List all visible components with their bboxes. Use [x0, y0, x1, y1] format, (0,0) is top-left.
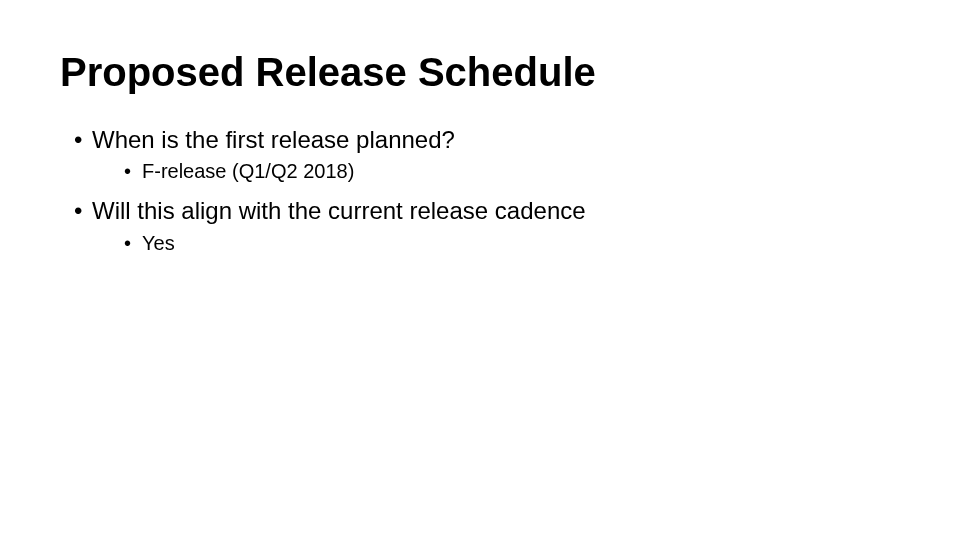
- list-item: When is the first release planned? F-rel…: [74, 124, 900, 185]
- bullet-text: When is the first release planned?: [92, 126, 455, 153]
- sub-bullet-text: Yes: [142, 232, 175, 254]
- list-item: Will this align with the current release…: [74, 195, 900, 256]
- list-item: F-release (Q1/Q2 2018): [124, 158, 900, 185]
- bullet-list: When is the first release planned? F-rel…: [74, 124, 900, 257]
- slide-title: Proposed Release Schedule: [60, 50, 900, 94]
- list-item: Yes: [124, 230, 900, 257]
- sub-bullet-list: F-release (Q1/Q2 2018): [124, 158, 900, 185]
- sub-bullet-list: Yes: [124, 230, 900, 257]
- sub-bullet-text: F-release (Q1/Q2 2018): [142, 160, 354, 182]
- bullet-text: Will this align with the current release…: [92, 197, 586, 224]
- slide: Proposed Release Schedule When is the fi…: [0, 0, 960, 540]
